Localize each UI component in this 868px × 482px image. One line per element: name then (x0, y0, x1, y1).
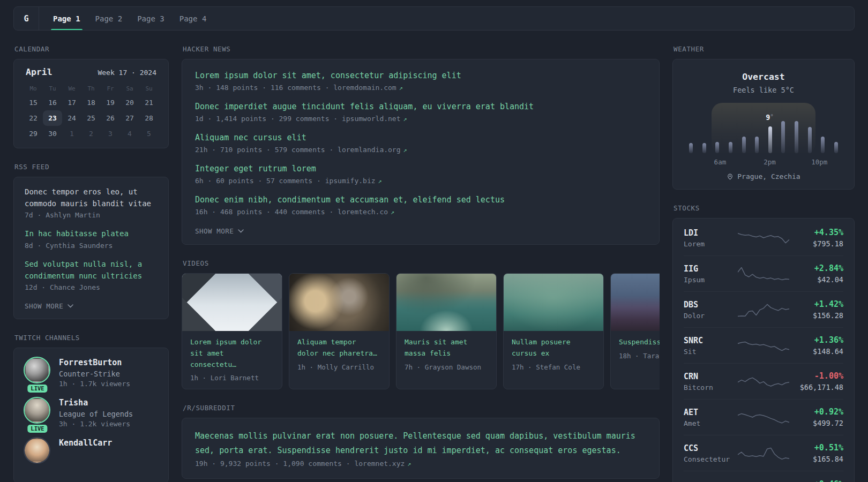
calendar-day-header: Sa (120, 81, 139, 95)
video-title[interactable]: Nullam posuere cursus ex (512, 337, 595, 359)
stock-price: $165.84 (789, 455, 843, 463)
video-title[interactable]: Aliquam tempor dolor nec pharetra… (297, 337, 381, 359)
videos-widget: VIDEOS Lorem ipsum dolor sit amet consec… (182, 259, 660, 389)
weather-condition: Overcast (684, 72, 843, 82)
stock-symbol: IIG (684, 264, 738, 274)
calendar-day-header: Su (139, 81, 159, 95)
hackernews-item-title[interactable]: Lorem ipsum dolor sit amet, consectetur … (195, 70, 646, 81)
rss-item: In hac habitasse platea8d · Cynthia Saun… (25, 228, 158, 250)
stock-row[interactable]: LDILorem+4.35%$795.18 (684, 220, 843, 256)
page-tabs: Page 1Page 2Page 3Page 4 (46, 7, 214, 30)
calendar-widget: CALENDAR April Week 17 · 2024 MoTuWeThFr… (13, 45, 169, 148)
hackernews-item-domain[interactable]: ipsumworld.net (342, 115, 401, 123)
twitch-channel[interactable]: LIVETrishaLeague of Legends3h · 1.2k vie… (25, 398, 158, 428)
weather-bar (742, 137, 746, 153)
stock-symbol-block: DBSDolor (684, 300, 738, 320)
hackernews-item-title[interactable]: Donec enim nibh, condimentum et accumsan… (195, 194, 646, 206)
calendar-day: 28 (139, 110, 159, 126)
weather-time-label: 2pm (764, 158, 776, 166)
degree-symbol: ° (770, 113, 774, 120)
weather-bar (689, 143, 693, 153)
widget-label-calendar: CALENDAR (14, 45, 169, 53)
stock-row[interactable]: AHS+0.46% (684, 471, 843, 482)
stock-change-block: +2.84%$42.04 (789, 263, 843, 284)
widget-label-subreddit: /R/SUBREDDIT (183, 404, 660, 412)
hackernews-item-title[interactable]: Donec imperdiet augue tincidunt felis al… (195, 101, 646, 112)
video-title[interactable]: Suspendisse diam (619, 337, 660, 348)
hackernews-item-domain[interactable]: loremdomain.com (333, 84, 396, 92)
weather-bar (715, 142, 719, 153)
weather-bar (808, 127, 812, 153)
stock-symbol: LDI (684, 228, 738, 238)
video-card[interactable]: Mauris sit amet massa felis7h · Grayson … (396, 273, 497, 389)
video-card[interactable]: Aliquam tempor dolor nec pharetra…1h · M… (289, 273, 390, 389)
twitch-avatar: LIVE (25, 398, 50, 428)
stock-row[interactable]: SNRCSit+1.36%$148.64 (684, 328, 843, 364)
hackernews-item-domain[interactable]: ipsumify.biz (325, 177, 376, 185)
twitch-channel-name[interactable]: ForrestBurton (59, 358, 130, 368)
stock-symbol: DBS (684, 300, 738, 310)
calendar-day-header: Fr (101, 81, 120, 95)
tab-page-1[interactable]: Page 1 (46, 7, 88, 30)
weather-bar-current (768, 126, 772, 153)
stock-price: $795.18 (789, 239, 843, 248)
stocks-list: LDILorem+4.35%$795.18IIGIpsum+2.84%$42.0… (684, 220, 843, 482)
hackernews-show-more-button[interactable]: SHOW MORE (195, 227, 244, 235)
stock-symbol-block: AETAmet (684, 408, 738, 427)
hackernews-item-title[interactable]: Integer eget rutrum lorem (195, 163, 646, 175)
external-link-icon: ↗ (403, 115, 407, 123)
stock-change: +1.42% (789, 299, 843, 309)
hackernews-item-meta: 16h · 468 points · 440 comments · loremt… (195, 208, 646, 216)
stock-row[interactable]: IIGIpsum+2.84%$42.04 (684, 256, 843, 292)
video-card[interactable]: Lorem ipsum dolor sit amet consectetu…1h… (182, 273, 282, 389)
stock-sparkline (738, 407, 789, 427)
rss-item-title[interactable]: Sed volutpat nulla nisl, a condimentum n… (25, 259, 158, 282)
stock-symbol-block: CCSConsectetur (684, 443, 738, 463)
weather-location-row: Prague, Czechia (684, 172, 843, 180)
external-link-icon: ↗ (403, 146, 407, 154)
rss-item-title[interactable]: Donec tempor eros leo, ut commodo mauris… (25, 186, 158, 209)
hackernews-item-title[interactable]: Aliquam nec cursus elit (195, 132, 646, 144)
stock-change-block: +0.51%$165.84 (789, 443, 843, 463)
weather-bar (729, 142, 732, 153)
rss-show-more-button[interactable]: SHOW MORE (25, 302, 73, 310)
weather-widget: WEATHER Overcast Feels like 5°C 9°6am2pm… (672, 45, 855, 190)
video-title[interactable]: Lorem ipsum dolor sit amet consectetu… (190, 337, 274, 370)
stock-symbol-block: SNRCSit (684, 336, 738, 356)
subreddit-post-title[interactable]: Maecenas mollis pulvinar erat non posuer… (195, 429, 646, 457)
weather-location: Prague, Czechia (737, 172, 800, 180)
hackernews-item-domain[interactable]: loremtech.co (338, 208, 388, 216)
twitch-channel-name[interactable]: KendallCarr (59, 438, 112, 448)
tab-page-3[interactable]: Page 3 (130, 7, 172, 30)
right-column: WEATHER Overcast Feels like 5°C 9°6am2pm… (672, 45, 855, 482)
tab-page-4[interactable]: Page 4 (172, 7, 214, 30)
stock-price: $156.28 (789, 311, 843, 320)
twitch-channel-info: KendallCarr (59, 438, 112, 463)
left-column: CALENDAR April Week 17 · 2024 MoTuWeThFr… (13, 45, 169, 482)
twitch-list: LIVEForrestBurtonCounter-Strike1h · 1.7k… (25, 358, 158, 463)
video-title[interactable]: Mauris sit amet massa felis (405, 337, 488, 359)
stock-row[interactable]: AETAmet+0.92%$499.72 (684, 400, 843, 435)
app-logo[interactable]: G (14, 7, 39, 30)
video-meta: 7h · Grayson Dawson (405, 363, 488, 371)
stock-change-block: +1.42%$156.28 (789, 299, 843, 320)
stock-row[interactable]: CRNBitcorn-1.00%$66,171.48 (684, 364, 843, 400)
twitch-channel[interactable]: LIVEForrestBurtonCounter-Strike1h · 1.7k… (25, 358, 158, 388)
video-card[interactable]: Nullam posuere cursus ex17h · Stefan Col… (503, 273, 604, 389)
subreddit-post-meta: 19h · 9,932 points · 1,090 comments · lo… (195, 460, 646, 468)
avatar-image (25, 398, 49, 423)
stock-row[interactable]: DBSDolor+1.42%$156.28 (684, 292, 843, 328)
twitch-channel-name[interactable]: Trisha (59, 398, 133, 408)
rss-item: Donec tempor eros leo, ut commodo mauris… (25, 186, 158, 219)
tab-page-2[interactable]: Page 2 (88, 7, 130, 30)
twitch-channel[interactable]: KendallCarr (25, 438, 158, 463)
stock-symbol-block: IIGIpsum (684, 264, 738, 284)
stock-row[interactable]: CCSConsectetur+0.51%$165.84 (684, 435, 843, 471)
rss-item-title[interactable]: In hac habitasse platea (25, 228, 158, 240)
hackernews-item-domain[interactable]: loremlandia.org (338, 146, 400, 154)
video-meta: 17h · Stefan Cole (512, 363, 595, 371)
video-card[interactable]: Suspendisse diam18h · Tara (610, 273, 660, 389)
subreddit-post-domain[interactable]: loremnet.xyz (354, 460, 405, 468)
stock-symbol: CCS (684, 443, 738, 453)
hackernews-widget: HACKER NEWS Lorem ipsum dolor sit amet, … (182, 45, 660, 245)
